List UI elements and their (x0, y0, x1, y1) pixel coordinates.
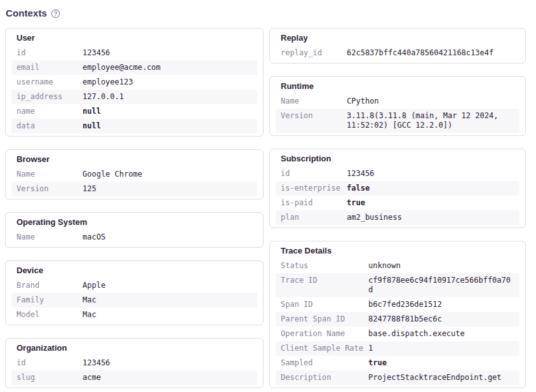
row-key: slug (11, 370, 83, 385)
context-card: Organization id123456slugacme (5, 338, 264, 388)
row-key: Name (11, 230, 83, 245)
row-key: id (276, 166, 347, 181)
row-key: Parent Span ID (276, 312, 368, 327)
card-title: Operating System (17, 217, 252, 227)
row-key: Trace ID (276, 273, 368, 297)
row-key: Name (11, 167, 83, 182)
row-key: name (11, 104, 83, 119)
row-value: 123456 (347, 166, 519, 181)
help-icon[interactable] (51, 9, 60, 18)
row-value: acme (83, 370, 257, 385)
right-column: Replay replay_id62c5837bffc440a785604211… (269, 28, 526, 388)
row-key: ip_address (11, 90, 83, 104)
row-key: Brand (11, 278, 83, 293)
card-title: Device (17, 265, 252, 276)
row-value: true (347, 196, 519, 210)
row-value: am2_business (347, 210, 519, 225)
card-title: Trace Details (281, 245, 514, 256)
row-value: 127.0.0.1 (83, 90, 257, 104)
contexts-grid: User id123456emailemployee@acme.comusern… (5, 28, 531, 388)
context-card: Trace Details StatusunknownTrace IDcf9f8… (269, 241, 526, 388)
row-value: CPython (347, 94, 519, 109)
context-card: Operating System NamemacOS (5, 212, 264, 248)
row-key: Span ID (276, 297, 368, 312)
row-key: email (11, 60, 83, 75)
row-key: Family (11, 293, 83, 308)
card-rows: id123456emailemployee@acme.comusernameem… (11, 46, 257, 133)
row-key: is-paid (276, 196, 347, 210)
row-value: ProjectStacktraceEndpoint.get (368, 370, 519, 385)
card-title: Organization (17, 342, 252, 353)
row-key: Description (276, 370, 368, 385)
card-rows: NameCPythonVersion3.11.8(3.11.8 (main, M… (276, 94, 519, 133)
context-card: Browser NameGoogle ChromeVersion125 (5, 149, 264, 199)
row-key: is-enterprise (276, 181, 347, 196)
row-value: null (83, 104, 257, 119)
row-key: Client Sample Rate (276, 341, 368, 356)
page-title: Contexts (6, 8, 47, 18)
row-value: 62c5837bffc440a78560421168c13e4f (347, 46, 519, 60)
row-value-link[interactable]: cf9f878ee6c94f10917ce566bff0a70d (368, 273, 519, 297)
row-key: Version (276, 109, 347, 133)
row-value: employee@acme.com (83, 60, 257, 75)
row-value: macOS (83, 230, 257, 245)
row-key: username (11, 75, 83, 90)
row-key: Status (276, 259, 368, 273)
row-key: id (11, 46, 83, 60)
context-card: Runtime NameCPythonVersion3.11.8(3.11.8 … (269, 76, 526, 136)
row-value: unknown (368, 259, 519, 273)
row-value: Mac (83, 308, 257, 322)
row-value: Google Chrome (83, 167, 257, 182)
context-card: Subscription id123456is-enterprisefalsei… (269, 149, 526, 228)
card-title: User (17, 32, 252, 43)
card-title: Runtime (281, 81, 514, 91)
row-value: Mac (83, 293, 257, 308)
context-card: User id123456emailemployee@acme.comusern… (5, 28, 264, 137)
row-value: 1 (368, 341, 519, 356)
card-rows: StatusunknownTrace IDcf9f878ee6c94f10917… (276, 259, 519, 385)
row-key: replay_id (276, 46, 347, 60)
row-value: 125 (83, 182, 257, 196)
row-value: false (347, 181, 519, 196)
row-key: Name (276, 94, 347, 109)
row-value: null (83, 119, 257, 133)
row-value: 8247788f81b5ec6c (368, 312, 519, 327)
card-title: Subscription (281, 153, 514, 164)
row-value: true (368, 356, 519, 370)
card-rows: replay_id62c5837bffc440a78560421168c13e4… (276, 46, 519, 60)
row-value: 3.11.8(3.11.8 (main, Mar 12 2024, 11:52:… (347, 109, 519, 133)
card-rows: NameGoogle ChromeVersion125 (11, 167, 257, 196)
card-rows: BrandAppleFamilyMacModelMac (11, 278, 257, 322)
row-value: b6c7fed236de1512 (368, 297, 519, 312)
card-rows: NamemacOS (11, 230, 257, 245)
card-title: Replay (281, 32, 514, 43)
row-key: Model (11, 308, 83, 322)
card-title: Browser (17, 154, 252, 165)
contexts-header: Contexts (6, 8, 531, 18)
row-key: Operation Name (276, 327, 368, 341)
row-key: Sampled (276, 356, 368, 370)
row-key: data (11, 119, 83, 133)
card-rows: id123456slugacme (11, 356, 257, 385)
row-value: employee123 (83, 75, 257, 90)
row-value: base.dispatch.execute (368, 327, 519, 341)
row-value: Apple (83, 278, 257, 293)
row-value: 123456 (83, 46, 257, 60)
left-column: User id123456emailemployee@acme.comusern… (5, 28, 264, 388)
context-card: Replay replay_id62c5837bffc440a785604211… (269, 28, 526, 64)
context-card: Device BrandAppleFamilyMacModelMac (5, 260, 264, 325)
card-rows: id123456is-enterprisefalseis-paidtruepla… (276, 166, 519, 225)
row-key: plan (276, 210, 347, 225)
row-key: id (11, 356, 83, 370)
row-value: 123456 (83, 356, 257, 370)
row-key: Version (11, 182, 83, 196)
